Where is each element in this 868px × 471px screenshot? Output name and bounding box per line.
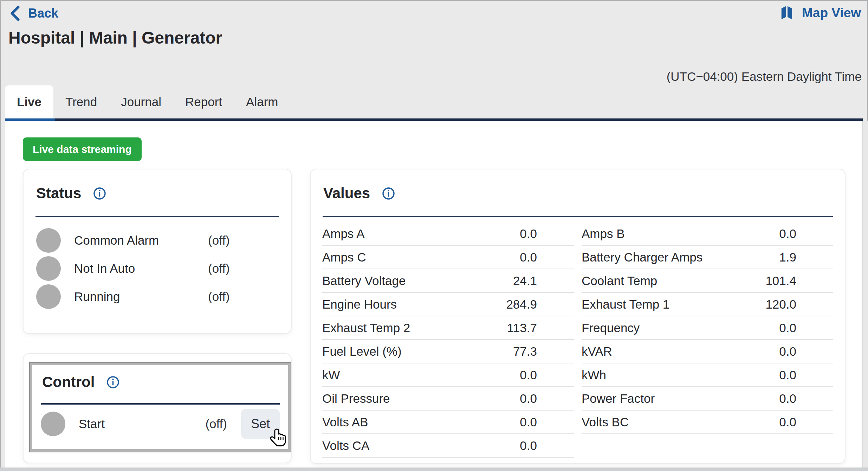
value-row: Volts AB0.0 xyxy=(322,411,574,434)
value-row: Amps B0.0 xyxy=(582,222,833,246)
value-number: 0.0 xyxy=(520,415,574,429)
value-label: Engine Hours xyxy=(322,297,397,311)
tab-trend[interactable]: Trend xyxy=(53,85,109,118)
tab-underline xyxy=(5,118,863,121)
status-card-title: Status xyxy=(36,185,81,202)
status-indicator-dot xyxy=(36,228,61,253)
value-number: 0.0 xyxy=(520,368,574,382)
values-table: Amps A0.0 Amps C0.0 Battery Voltage24.1 … xyxy=(311,217,845,458)
values-card-title: Values xyxy=(323,185,370,202)
set-button[interactable]: Set xyxy=(241,409,280,439)
status-row: Common Alarm (off) xyxy=(36,226,278,254)
value-number: 0.0 xyxy=(520,250,574,264)
tab-alarm[interactable]: Alarm xyxy=(234,85,290,118)
values-column-right: Amps B0.0 Battery Charger Amps1.9 Coolan… xyxy=(582,222,833,458)
tab-live[interactable]: Live xyxy=(5,85,53,118)
info-icon[interactable] xyxy=(106,376,119,389)
control-highlight-box: Control Start (off) Set xyxy=(30,363,291,452)
value-number: 0.0 xyxy=(779,344,833,359)
value-number: 77.3 xyxy=(513,344,574,359)
value-label: Exhaust Temp 2 xyxy=(322,321,410,335)
status-label: Running xyxy=(74,290,208,304)
status-state: (off) xyxy=(208,290,278,304)
value-label: kW xyxy=(322,368,340,382)
info-icon[interactable] xyxy=(93,187,106,200)
value-row: kWh0.0 xyxy=(582,363,833,387)
value-row: Volts CA0.0 xyxy=(322,434,574,458)
back-label: Back xyxy=(28,6,58,21)
control-row: Start (off) Set xyxy=(41,409,280,438)
info-icon[interactable] xyxy=(382,187,395,200)
tab-journal[interactable]: Journal xyxy=(109,85,173,118)
value-number: 0.0 xyxy=(779,321,833,335)
value-row: Power Factor0.0 xyxy=(582,387,833,411)
status-row: Running (off) xyxy=(36,283,278,311)
status-indicator-dot xyxy=(36,256,61,281)
value-label: Amps C xyxy=(322,250,366,264)
map-icon xyxy=(779,5,796,21)
values-card: Values Amps A0.0 Amps C0.0 Battery Volta… xyxy=(310,169,846,464)
value-row: Oil Pressure0.0 xyxy=(322,387,574,411)
control-label: Start xyxy=(79,417,205,431)
value-row: Volts BC0.0 xyxy=(582,411,833,434)
status-indicator-dot xyxy=(36,284,61,309)
value-label: Volts CA xyxy=(322,439,369,453)
active-tab-underline xyxy=(5,118,55,121)
value-row: Fuel Level (%)77.3 xyxy=(322,340,574,363)
value-label: Amps B xyxy=(582,227,625,241)
value-number: 0.0 xyxy=(520,439,574,453)
value-number: 1.9 xyxy=(779,250,833,264)
value-row: Exhaust Temp 1120.0 xyxy=(582,293,833,316)
value-number: 0.0 xyxy=(520,227,574,241)
value-row: Battery Voltage24.1 xyxy=(322,269,574,293)
value-label: Volts AB xyxy=(322,415,368,429)
value-number: 0.0 xyxy=(779,368,833,382)
value-number: 101.4 xyxy=(765,274,833,288)
value-label: Amps A xyxy=(322,227,365,241)
value-row: Engine Hours284.9 xyxy=(322,293,574,316)
back-button[interactable]: Back xyxy=(10,6,58,21)
value-number: 0.0 xyxy=(779,415,833,429)
value-row: Exhaust Temp 2113.7 xyxy=(322,316,574,340)
map-view-button[interactable]: Map View xyxy=(779,5,861,21)
control-card: Control Start (off) Set xyxy=(23,353,292,463)
live-data-streaming-badge: Live data streaming xyxy=(23,137,142,161)
value-label: kVAR xyxy=(582,344,612,359)
control-indicator-dot xyxy=(41,412,65,436)
value-label: Frequency xyxy=(582,321,640,335)
value-row: Amps C0.0 xyxy=(322,246,574,269)
status-card: Status Common Alarm (off) Not In Auto (o… xyxy=(23,169,292,334)
value-number: 284.9 xyxy=(506,297,574,311)
card-divider xyxy=(41,403,280,405)
control-state: (off) xyxy=(205,417,227,431)
value-number: 120.0 xyxy=(765,297,833,311)
vertical-scrollbar[interactable] xyxy=(862,121,868,467)
value-label: Power Factor xyxy=(582,392,655,406)
status-state: (off) xyxy=(208,233,278,247)
chevron-left-icon xyxy=(10,6,20,21)
value-row: Battery Charger Amps1.9 xyxy=(582,246,833,269)
value-number: 113.7 xyxy=(507,321,574,335)
status-state: (off) xyxy=(208,262,278,276)
value-row: Frequency0.0 xyxy=(582,316,833,340)
value-label: Exhaust Temp 1 xyxy=(582,297,669,311)
timezone-label: (UTC−04:00) Eastern Daylight Time xyxy=(667,70,862,84)
value-row: kW0.0 xyxy=(322,363,574,387)
value-label: Fuel Level (%) xyxy=(322,344,402,359)
status-label: Common Alarm xyxy=(74,233,208,247)
control-card-title: Control xyxy=(42,374,95,391)
tab-bar: Live Trend Journal Report Alarm xyxy=(5,85,290,118)
value-label: kWh xyxy=(582,368,606,382)
values-column-left: Amps A0.0 Amps C0.0 Battery Voltage24.1 … xyxy=(322,222,574,458)
value-number: 0.0 xyxy=(779,392,833,406)
status-label: Not In Auto xyxy=(74,262,208,276)
horizontal-scrollbar[interactable] xyxy=(0,467,868,471)
value-label: Volts BC xyxy=(582,415,629,429)
value-label: Oil Pressure xyxy=(322,392,390,406)
value-label: Battery Voltage xyxy=(322,274,406,288)
value-number: 0.0 xyxy=(520,392,574,406)
value-row: kVAR0.0 xyxy=(582,340,833,363)
status-row: Not In Auto (off) xyxy=(36,254,278,283)
tab-report[interactable]: Report xyxy=(173,85,234,118)
value-label: Coolant Temp xyxy=(582,274,657,288)
